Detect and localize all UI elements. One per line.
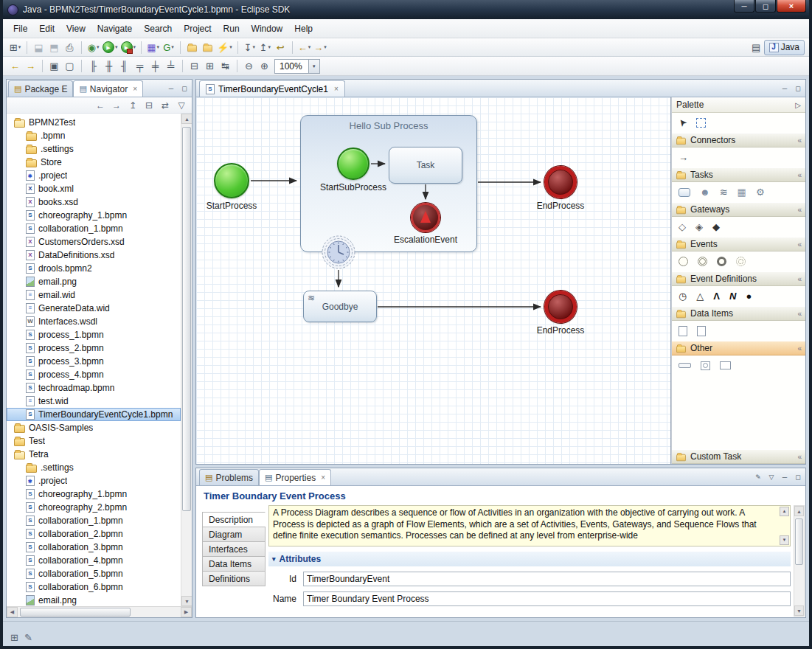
open-perspective-button[interactable]: ▤ (749, 40, 764, 55)
task-tool[interactable] (679, 188, 690, 197)
marquee-tool[interactable] (696, 118, 706, 128)
scroll-right-icon[interactable]: ▶ (181, 607, 192, 617)
titlebar[interactable]: Java - BPMN2Test/TimerBoundaryEventCycle… (3, 0, 809, 19)
tree-horizontal-scrollbar[interactable]: ◀ ▶ (7, 606, 192, 617)
signal-event-definition-tool[interactable]: △ (696, 291, 704, 301)
tree-item[interactable]: Scollaboration_1.bpmn (7, 514, 181, 527)
nav-forward-button[interactable]: → (23, 58, 38, 74)
search-button[interactable]: ⚡▾ (215, 40, 234, 55)
tree-item[interactable]: email.png (7, 275, 181, 288)
collapse-section-icon[interactable]: « (797, 453, 802, 461)
palette-section-connectors[interactable]: Connectors« (672, 133, 805, 148)
tree-item[interactable]: ≡GenerateData.wid (7, 302, 181, 315)
minimize-view-icon[interactable]: ─ (165, 83, 177, 94)
maximize-editor-icon[interactable]: ◻ (792, 83, 804, 94)
end-event-tool[interactable] (717, 257, 726, 266)
save-all-button[interactable]: ⬒ (46, 40, 62, 55)
menu-project[interactable]: Project (178, 21, 217, 37)
tree-item[interactable]: Test (7, 434, 181, 448)
tree-item[interactable]: Scollaboration_5.bpmn (7, 567, 181, 580)
end-event-node[interactable] (544, 291, 577, 323)
tree-item[interactable]: Schoreography_1.bpmn (7, 487, 181, 501)
selection-tool[interactable]: ➤ (676, 117, 690, 130)
scroll-down-icon[interactable]: ▼ (794, 605, 804, 616)
dropdown-icon[interactable]: ▾ (308, 60, 319, 73)
tree-item[interactable]: ✱.project (7, 474, 181, 487)
data-store-tool[interactable] (697, 326, 706, 336)
escalation-event-definition-tool[interactable]: Λ (713, 291, 720, 301)
save-button[interactable]: ⬓ (31, 40, 46, 55)
properties-tab-interfaces[interactable]: Interfaces (202, 541, 266, 557)
menu-help[interactable]: Help (288, 21, 319, 37)
tree-item[interactable]: Sprocess_4.bpmn (7, 368, 181, 381)
start-event-tool[interactable] (679, 257, 688, 266)
next-annotation-button[interactable]: ↧▾ (242, 40, 257, 55)
collapse-section-icon[interactable]: « (797, 344, 802, 353)
tab-problems[interactable]: ▤Problems (199, 469, 259, 485)
tree-item[interactable]: Sprocess_1.bpmn (7, 328, 181, 341)
collapse-section-icon[interactable]: « (797, 240, 802, 249)
tree-item[interactable]: .bpmn (7, 129, 181, 142)
name-input[interactable] (303, 591, 791, 606)
editor-tab[interactable]: STimerBoundaryEventCycle1× (199, 80, 345, 97)
tree-item[interactable]: Tetra (7, 448, 181, 461)
new-wizard-button[interactable]: ⊞▾ (7, 40, 23, 55)
timer-event-definition-tool[interactable]: ◷ (679, 291, 687, 301)
menu-file[interactable]: File (7, 21, 33, 37)
end-event-node[interactable] (544, 166, 577, 198)
forward-button[interactable]: →▾ (312, 40, 328, 55)
close-tab-icon[interactable]: × (334, 85, 339, 93)
tree-item[interactable]: Schoreography_2.bpmn (7, 501, 181, 514)
scroll-down-icon[interactable]: ▼ (181, 596, 192, 606)
scroll-up-icon[interactable]: ▲ (181, 114, 192, 124)
minimize-window-button[interactable]: ─ (734, 0, 754, 13)
run-button[interactable]: ▶▾ (101, 40, 119, 55)
script-task-tool[interactable]: ≋ (720, 187, 728, 197)
lane-tool[interactable] (679, 363, 691, 368)
menu-edit[interactable]: Edit (33, 21, 60, 37)
print-button[interactable]: ⎙ (62, 40, 77, 55)
new-class-button[interactable]: G▾ (161, 40, 176, 55)
java-perspective-button[interactable]: JJava (764, 40, 805, 55)
back-button[interactable]: ←▾ (296, 40, 313, 55)
tree-item[interactable]: XCustomersOrders.xsd (7, 235, 181, 249)
group-tool[interactable] (701, 361, 710, 370)
new-java-project-button[interactable]: ▦▾ (145, 40, 161, 55)
open-element-button[interactable] (184, 40, 200, 55)
menu-navigate[interactable]: Navigate (91, 21, 138, 37)
tree-item[interactable]: Sdrools.bpmn2 (7, 262, 181, 275)
gateway-tool[interactable]: ◇ (679, 222, 686, 232)
menu-search[interactable]: Search (138, 21, 178, 37)
debug-button[interactable]: ◉▾ (86, 40, 101, 55)
close-tab-icon[interactable]: × (133, 85, 137, 93)
close-window-button[interactable]: × (777, 0, 806, 13)
tree-item[interactable]: ✱.project (7, 169, 181, 182)
tree-item[interactable]: Schoreography_1.bpmn (7, 209, 181, 222)
palette-collapse-icon[interactable]: ▷ (795, 101, 801, 109)
minimize-editor-icon[interactable]: ─ (779, 83, 791, 94)
parallel-gateway-tool[interactable]: ◆ (712, 222, 720, 232)
tree-item[interactable]: STimerBoundaryEventCycle1.bpmn (7, 408, 181, 421)
match-height-button[interactable]: ⊞ (202, 58, 218, 74)
fast-view-icon[interactable]: ⊞ (10, 632, 18, 643)
start-event-node[interactable] (337, 148, 369, 180)
palette-section-other[interactable]: Other« (672, 341, 805, 355)
scrollbar-thumb[interactable] (795, 518, 803, 565)
business-rule-task-tool[interactable]: ▦ (738, 187, 746, 197)
tree-item[interactable]: OASIS-Samples (7, 421, 181, 434)
copy-appearance-button[interactable]: ▣ (46, 58, 62, 74)
properties-tab-data-items[interactable]: Data Items (202, 556, 266, 572)
back-icon[interactable]: ← (93, 98, 108, 112)
palette-section-data-items[interactable]: Data Items« (672, 306, 805, 321)
process-description-text[interactable]: A Process Diagram describes a sequence o… (268, 505, 791, 546)
data-object-tool[interactable] (679, 326, 687, 336)
scroll-down-icon[interactable]: ▼ (780, 535, 789, 545)
tree-item[interactable]: Scollaboration_6.bpmn (7, 580, 181, 594)
scroll-up-icon[interactable]: ▲ (794, 506, 804, 516)
scrollbar-thumb[interactable] (182, 127, 191, 511)
collapse-section-icon[interactable]: « (797, 310, 802, 318)
tree-item[interactable]: XDataDefinitions.xsd (7, 249, 181, 262)
distribute-button[interactable]: ↹ (218, 58, 233, 74)
tree-item[interactable]: Stechroadmap.bpmn (7, 381, 181, 395)
tree-item[interactable]: Xbooks.xsd (7, 195, 181, 209)
